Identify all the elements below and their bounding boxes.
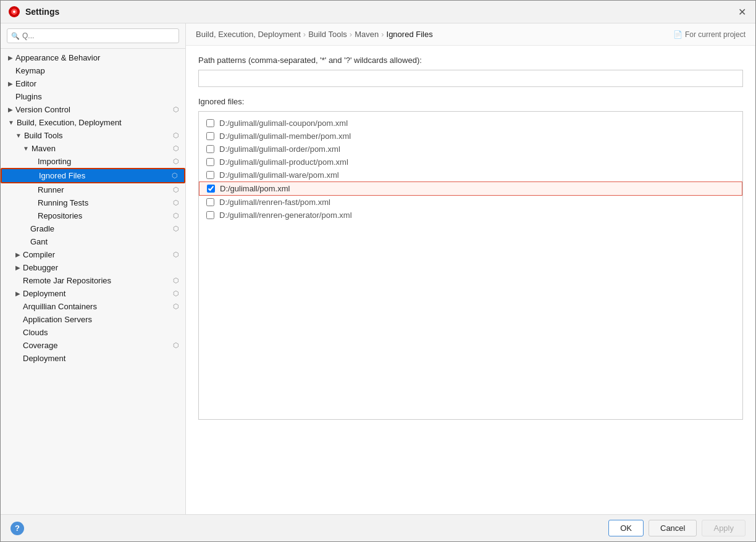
sidebar-item-runner[interactable]: Runner⬡ <box>1 183 185 196</box>
for-project-icon: 📄 <box>673 30 682 39</box>
file-path-label: D:/gulimall/gulimall-coupon/pom.xml <box>219 119 348 128</box>
file-entry[interactable]: D:/gulimall/gulimall-order/pom.xml <box>199 143 742 156</box>
title-bar-left: Settings <box>8 6 59 18</box>
tree-arrow-icon: ▶ <box>8 80 13 87</box>
sidebar-item-label: Debugger <box>23 263 179 272</box>
breadcrumb-separator: › <box>381 30 384 39</box>
title-bar: Settings ✕ <box>1 1 755 23</box>
external-link-icon: ⬡ <box>173 157 179 165</box>
search-icon: 🔍 <box>11 32 20 40</box>
external-link-icon: ⬡ <box>173 302 179 311</box>
apply-button[interactable]: Apply <box>702 520 746 536</box>
footer-buttons: OK Cancel Apply <box>608 520 746 536</box>
sidebar-item-keymap[interactable]: Keymap <box>1 64 185 77</box>
sidebar-item-arquillian[interactable]: Arquillian Containers⬡ <box>1 300 185 313</box>
sidebar-item-editor[interactable]: ▶ Editor <box>1 77 185 90</box>
sidebar-item-label: Clouds <box>23 328 179 337</box>
main-content: Build, Execution, Deployment›Build Tools… <box>186 23 755 514</box>
file-path-label: D:/gulimall/gulimall-product/pom.xml <box>219 157 348 167</box>
cancel-button[interactable]: Cancel <box>649 520 697 536</box>
sidebar-item-label: Coverage <box>23 341 170 350</box>
tree-arrow-icon: ▼ <box>23 145 29 152</box>
file-checkbox[interactable] <box>206 171 214 179</box>
sidebar-item-version-control[interactable]: ▶ Version Control⬡ <box>1 103 185 116</box>
sidebar-item-label: Compiler <box>23 250 170 259</box>
file-entry[interactable]: D:/gulimall/renren-generator/pom.xml <box>199 209 742 222</box>
sidebar-item-label: Build, Execution, Deployment <box>17 118 179 127</box>
file-checkbox[interactable] <box>207 185 215 193</box>
tree-arrow-icon: ▼ <box>8 119 14 126</box>
ok-button[interactable]: OK <box>608 520 644 536</box>
file-checkbox[interactable] <box>206 211 214 219</box>
sidebar-item-label: Plugins <box>15 92 179 101</box>
tree-arrow-icon: ▶ <box>15 251 20 258</box>
breadcrumb: Build, Execution, Deployment›Build Tools… <box>196 30 433 39</box>
dialog-title: Settings <box>25 7 59 17</box>
file-entry[interactable]: D:/gulimall/gulimall-ware/pom.xml <box>199 169 742 181</box>
breadcrumb-part: Build, Execution, Deployment <box>196 30 301 39</box>
sidebar-item-running-tests[interactable]: Running Tests⬡ <box>1 196 185 209</box>
search-box: 🔍 <box>1 23 185 49</box>
sidebar-item-build-exec-deploy[interactable]: ▼ Build, Execution, Deployment <box>1 116 185 129</box>
sidebar-item-label: Deployment <box>23 354 179 363</box>
sidebar-item-plugins[interactable]: Plugins <box>1 90 185 103</box>
sidebar-item-label: Gant <box>30 237 179 246</box>
sidebar-item-appearance-behavior[interactable]: ▶ Appearance & Behavior <box>1 51 185 64</box>
content-area: Path patterns (comma-separated, '*' and … <box>186 46 755 514</box>
sidebar-item-ignored-files[interactable]: Ignored Files⬡ <box>1 168 185 183</box>
breadcrumb-bar: Build, Execution, Deployment›Build Tools… <box>186 23 755 46</box>
file-entry[interactable]: D:/gulimall/pom.xml <box>199 181 742 196</box>
sidebar-item-gant[interactable]: Gant <box>1 235 185 248</box>
breadcrumb-part: Maven <box>355 30 379 39</box>
breadcrumb-separator: › <box>303 30 306 39</box>
close-button[interactable]: ✕ <box>736 6 748 18</box>
sidebar-item-gradle[interactable]: Gradle⬡ <box>1 222 185 235</box>
search-input[interactable] <box>7 28 179 43</box>
svg-point-2 <box>13 10 15 13</box>
help-button[interactable]: ? <box>10 522 24 535</box>
file-entry[interactable]: D:/gulimall/gulimall-coupon/pom.xml <box>199 117 742 130</box>
sidebar-item-remote-jar[interactable]: Remote Jar Repositories⬡ <box>1 274 185 287</box>
external-link-icon: ⬡ <box>173 131 179 140</box>
file-checkbox[interactable] <box>206 198 214 206</box>
sidebar-item-app-servers[interactable]: Application Servers <box>1 313 185 326</box>
sidebar-item-label: Deployment <box>23 289 170 298</box>
file-entry[interactable]: D:/gulimall/gulimall-member/pom.xml <box>199 130 742 143</box>
ignored-files-label: Ignored files: <box>198 97 743 106</box>
tree-arrow-icon: ▶ <box>8 54 13 61</box>
sidebar-item-label: Runner <box>38 185 170 194</box>
tree-arrow-icon: ▶ <box>15 290 20 297</box>
file-checkbox[interactable] <box>206 132 214 140</box>
file-entry[interactable]: D:/gulimall/gulimall-product/pom.xml <box>199 156 742 169</box>
sidebar-item-label: Repositories <box>38 211 170 220</box>
file-entry[interactable]: D:/gulimall/renren-fast/pom.xml <box>199 196 742 209</box>
sidebar-item-deployment2[interactable]: Deployment <box>1 352 185 365</box>
sidebar-item-debugger[interactable]: ▶ Debugger <box>1 261 185 274</box>
path-patterns-label: Path patterns (comma-separated, '*' and … <box>198 56 743 65</box>
external-link-icon: ⬡ <box>173 341 179 349</box>
sidebar-item-deployment[interactable]: ▶ Deployment⬡ <box>1 287 185 300</box>
sidebar-item-importing[interactable]: Importing⬡ <box>1 155 185 168</box>
dialog-body: 🔍 ▶ Appearance & BehaviorKeymap▶ EditorP… <box>1 23 755 514</box>
sidebar-item-label: Maven <box>32 144 170 153</box>
sidebar-item-maven[interactable]: ▼ Maven⬡ <box>1 142 185 155</box>
sidebar-item-compiler[interactable]: ▶ Compiler⬡ <box>1 248 185 261</box>
file-checkbox[interactable] <box>206 158 214 166</box>
path-patterns-input[interactable] <box>198 70 743 87</box>
sidebar-item-label: Gradle <box>30 224 170 233</box>
file-path-label: D:/gulimall/pom.xml <box>220 184 290 193</box>
sidebar-scroll: ▶ Appearance & BehaviorKeymap▶ EditorPlu… <box>1 49 185 514</box>
external-link-icon: ⬡ <box>173 144 179 152</box>
sidebar-item-coverage[interactable]: Coverage⬡ <box>1 339 185 352</box>
file-checkbox[interactable] <box>206 119 214 127</box>
sidebar-item-clouds[interactable]: Clouds <box>1 326 185 339</box>
sidebar-item-repositories[interactable]: Repositories⬡ <box>1 209 185 222</box>
sidebar-item-label: Arquillian Containers <box>23 302 170 311</box>
external-link-icon: ⬡ <box>173 225 179 233</box>
sidebar-item-label: Editor <box>15 79 179 88</box>
sidebar-item-build-tools[interactable]: ▼ Build Tools⬡ <box>1 129 185 142</box>
breadcrumb-separator: › <box>350 30 352 39</box>
file-checkbox[interactable] <box>206 145 214 153</box>
breadcrumb-part: Build Tools <box>308 30 347 39</box>
file-path-label: D:/gulimall/gulimall-order/pom.xml <box>219 144 340 154</box>
